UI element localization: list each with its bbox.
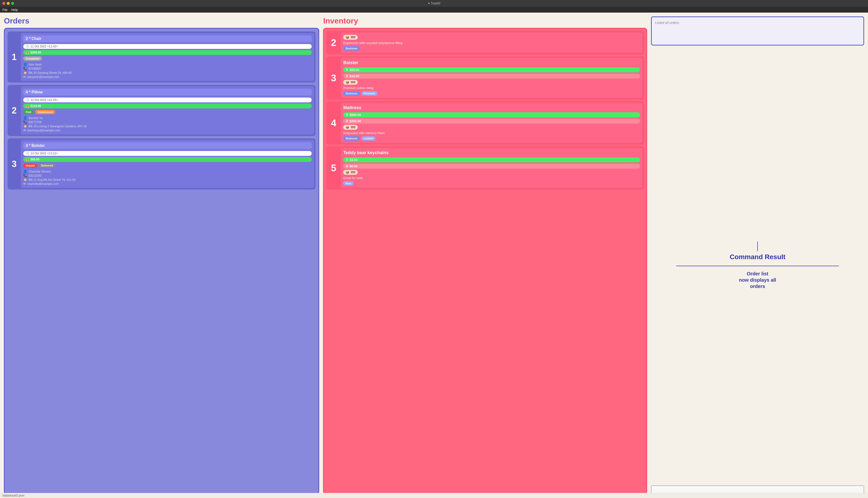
home-icon: 🏠 — [23, 124, 27, 128]
orders-title: Orders — [4, 16, 319, 25]
money-icon: 💰 — [26, 158, 29, 161]
clock-icon: 🕐 — [26, 98, 29, 102]
inventory-card-5: 5 Teddy bear keychains ⬆ $3.50 ⬇ $0.89 📦… — [326, 146, 644, 189]
maximize-button[interactable] — [11, 2, 14, 5]
statusbar-path: /data/trackO.json — [2, 494, 24, 497]
order-email-1: ✉ alexyeoh@example.com — [23, 75, 312, 79]
menu-help[interactable]: Help — [11, 8, 18, 12]
badge-undelivered: Undelivered — [35, 110, 55, 114]
inv-number-2: 2 — [326, 31, 341, 54]
command-result-text: Listed all orders — [655, 21, 679, 25]
inv-stock-3: 📦 300 — [343, 80, 358, 85]
window-controls — [2, 2, 14, 5]
inv-badges-2: Bedroom — [343, 46, 640, 51]
email-icon: ✉ — [23, 182, 26, 186]
home-icon: 🏠 — [23, 178, 27, 182]
order-date-3: 🕐 13 Oct 2022 <13:12> — [23, 151, 312, 156]
inv-number-4: 4 — [326, 101, 341, 144]
box-icon: 📦 — [346, 36, 349, 39]
phone-icon: 📞 — [23, 120, 27, 124]
order-price-2: 💰 $119.96 — [23, 104, 312, 108]
phone-icon: 📞 — [23, 67, 27, 70]
menu-file[interactable]: File — [2, 8, 8, 12]
order-details-1: 2 * Chair 🕐 11 Oct 2022 <11:42> 💰 $299.9… — [21, 33, 314, 81]
order-details-3: 3 * Bolster 🕐 13 Oct 2022 <13:12> 💰 $60.… — [21, 140, 314, 188]
inv-stock-2: 📦 300 — [343, 35, 358, 40]
badge-delivered: Delivered — [39, 163, 55, 168]
order-date-2: 🕐 12 Oct 2022 <12:15> — [23, 97, 312, 102]
order-person-2: 👤 Bernice Yu — [23, 116, 312, 120]
order-name-3: 3 * Bolster — [23, 142, 312, 149]
arrow-down-icon: ⬇ — [346, 74, 348, 78]
annotation-line-top — [757, 241, 758, 251]
inv-details-3: Bolster ⬆ $20.00 ⬇ $10.00 📦 300 Premium … — [341, 58, 642, 98]
order-info-1: 👤 Alex Yeoh 📞 87438807 🏠 Blk 30 Geylang … — [23, 63, 312, 79]
order-person-1: 👤 Alex Yeoh — [23, 63, 312, 66]
command-result-label: Command Result — [730, 253, 786, 261]
order-price-1: 💰 $299.98 — [23, 50, 312, 55]
inv-name-4: Mattress — [343, 105, 640, 110]
order-badges-1: Completed — [23, 56, 312, 61]
inv-desc-3: Premium cotton filling — [343, 86, 640, 90]
order-card-3: 3 3 * Bolster 🕐 13 Oct 2022 <13:12> 💰 $6… — [8, 139, 316, 189]
order-price-3: 💰 $60.00 — [23, 157, 312, 162]
arrow-up-icon: ⬆ — [346, 68, 348, 71]
command-result-box: Listed all orders — [651, 16, 864, 45]
inventory-title: Inventory — [323, 16, 647, 25]
inventory-panel: Inventory 2 📦 300 Ergonomic with recycle… — [323, 16, 647, 494]
box-icon: 📦 — [346, 126, 349, 129]
home-icon: 🏠 — [23, 71, 27, 75]
inv-name-3: Bolster — [343, 60, 640, 65]
inv-desc-2: Ergonomic with recycled polystyrene fill… — [343, 41, 640, 45]
inventory-card-4: 4 Mattress ⬆ $500.00 ⬇ $200.00 📦 300 — [326, 101, 644, 144]
arrow-up-icon: ⬆ — [346, 113, 348, 117]
titlebar: ✦ TrackO — [0, 0, 868, 7]
order-phone-2: 📞 99272758 — [23, 120, 312, 124]
inv-price-green-4: ⬆ $500.00 — [343, 112, 640, 117]
order-info-2: 👤 Bernice Yu 📞 99272758 🏠 Blk 30 Lorong … — [23, 116, 312, 132]
person-icon: 👤 — [23, 63, 27, 66]
inv-desc-5: Great for kids! — [343, 176, 640, 180]
order-card-2: 2 4 * Pillow 🕐 12 Oct 2022 <12:15> 💰 $11… — [8, 85, 316, 136]
person-icon: 👤 — [23, 170, 27, 173]
order-badges-2: Paid Undelivered — [23, 110, 312, 114]
money-icon: 💰 — [26, 104, 29, 108]
order-number-2: 2 — [8, 85, 21, 136]
order-info-3: 👤 Charlotte Oliveiro 📞 93210283 🏠 Blk 11… — [23, 170, 312, 186]
inventory-card-3: 3 Bolster ⬆ $20.00 ⬇ $10.00 📦 300 — [326, 56, 644, 100]
box-icon: 📦 — [346, 81, 349, 84]
order-email-3: ✉ charlotte@example.com — [23, 182, 312, 186]
email-icon: ✉ — [23, 129, 26, 132]
clock-icon: 🕐 — [26, 152, 29, 155]
inv-price-red-3: ⬇ $10.00 — [343, 74, 640, 79]
command-note-area: Command Result Order listnow displays al… — [651, 48, 864, 484]
inv-tag-bedroom-3: Bedroom — [343, 91, 360, 95]
arrow-up-icon: ⬆ — [346, 158, 348, 162]
inv-price-green-5: ⬆ $3.50 — [343, 157, 640, 162]
inventory-container: 2 📦 300 Ergonomic with recycled polystyr… — [323, 28, 647, 494]
main-content: Orders 1 2 * Chair 🕐 11 Oct 2022 <11:42>… — [0, 13, 868, 498]
email-icon: ✉ — [23, 75, 26, 79]
annotation-text: Order listnow displays allorders — [739, 271, 776, 289]
phone-icon: 📞 — [23, 174, 27, 178]
box-icon: 📦 — [346, 171, 349, 174]
order-address-1: 🏠 Blk 30 Geylang Street 29, #06-40 — [23, 71, 312, 75]
inv-tag-limited-4: Limited — [361, 136, 375, 141]
annotation-horizontal-line — [676, 266, 839, 266]
inv-name-5: Teddy bear keychains — [343, 150, 640, 155]
clock-icon: 🕐 — [26, 45, 29, 48]
inv-details-4: Mattress ⬆ $500.00 ⬇ $200.00 📦 300 King-… — [341, 103, 642, 143]
order-card-1: 1 2 * Chair 🕐 11 Oct 2022 <11:42> 💰 $299… — [8, 31, 316, 82]
inv-tag-bedroom-4: Bedroom — [343, 136, 360, 141]
money-icon: 💰 — [26, 51, 29, 54]
inv-desc-4: King-sized with memory foam — [343, 131, 640, 135]
inv-price-green-3: ⬆ $20.00 — [343, 67, 640, 73]
orders-panel: Orders 1 2 * Chair 🕐 11 Oct 2022 <11:42>… — [4, 16, 319, 494]
close-button[interactable] — [2, 2, 5, 5]
order-name-1: 2 * Chair — [23, 35, 312, 42]
badge-paid: Paid — [23, 110, 34, 114]
inv-badges-5: New — [343, 181, 640, 186]
minimize-button[interactable] — [7, 2, 10, 5]
inv-badges-3: Bedroom Premium — [343, 91, 640, 95]
inv-tag-premium-3: Premium — [361, 91, 378, 95]
